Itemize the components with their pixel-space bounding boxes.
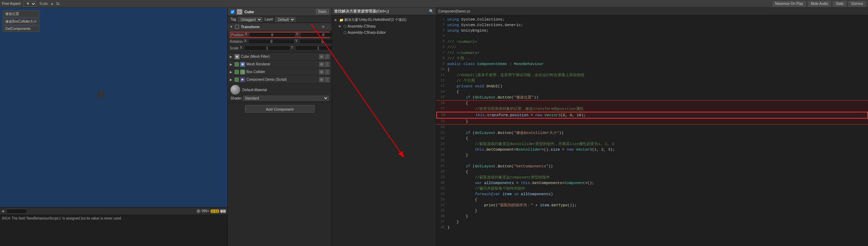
component-demo-component: ▶ ▶ Component Demo (Script) ⚙ ⋮ [228,76,332,84]
solution-label: 解决方案'Unity-01-HelloWorld'(2 个项目) [344,17,406,22]
box-collider-name: Box Collider [246,70,318,74]
aspect-select[interactable]: ▼ [23,1,36,7]
mesh-filter-icon: ■ [235,54,240,59]
tag-select[interactable]: Untagged [238,17,262,22]
component-demo-checkbox[interactable] [235,78,239,82]
code-line-37: 37 } [436,219,868,225]
rot-x-label: X [244,39,248,44]
solution-arrow: ▶ [335,18,338,22]
code-line-28: 28 { [436,169,868,175]
transform-collapse-arrow: ▼ [230,25,233,29]
stats-button[interactable]: Stats [833,1,846,7]
maximize-on-play-button[interactable]: Maximize On Play [772,1,806,7]
code-line-1: 1using System.Collections; [436,17,868,22]
assembly-editor-icon: ⬡ [343,31,347,34]
code-line-30: 30 var allComponents = this.GetComponent… [436,180,868,186]
project-panel: 查找解决方案资源管理器(Ctrl+;) 🔍 ▶ 📁 解决方案'Unity-01-… [332,8,436,246]
aspect-label: Free Aspect [2,2,21,6]
scale-value: 1x [56,2,60,6]
rot-y-label: Y [295,39,299,44]
static-badge: Static [316,9,329,14]
scene-search-input[interactable] [6,209,27,214]
code-line-26: 26 [436,158,868,164]
transform-rotation-row: Rotation X Y Z [230,38,330,45]
rotation-fields: X Y Z [244,39,332,44]
code-line-2: 2using System.Collections.Generic; [436,22,868,28]
code-line-29: 29 //获取游戏对象里边Component类型的组件 [436,175,868,180]
scale-fields: X Y Z [240,46,332,50]
rotation-label: Rotation [230,40,243,43]
cube-icon [237,9,242,15]
mesh-renderer-settings[interactable]: ⚙ [319,62,324,67]
project-search-icon[interactable]: 🔍 [429,9,434,14]
assembly-csharp-item[interactable]: ▶ ⬡ Assembly-CSharp [332,23,436,29]
mesh-renderer-more[interactable]: ⋮ [325,62,330,67]
box-collider-more[interactable]: ⋮ [325,70,330,74]
code-line-14: 14 { [436,89,868,95]
scale-label: Scale [230,46,238,50]
code-line-27: 27 if (GUILayout.Button("GetComponents")… [436,164,868,169]
component-demo-settings[interactable]: ⚙ [319,77,324,82]
mesh-filter-settings[interactable]: ⚙ [319,54,324,59]
position-fields: X Y Z [245,32,332,37]
position-x-input[interactable] [249,32,295,37]
rotation-y-input[interactable] [299,39,332,44]
box-collider-component: ▶ □ Box Collider ⚙ ⋮ [228,68,332,76]
code-line-12: 12 // 个引用 [436,78,868,84]
code-line-10: 10{ [436,67,868,72]
component-demo-more[interactable]: ⋮ [325,77,330,82]
scale-label: Scale [39,2,48,6]
code-line-3: 3using UnityEngine; [436,28,868,33]
code-line-38: 38} [436,225,868,230]
mesh-renderer-component: ▶ ▦ Mesh Renderer ⚙ ⋮ [228,61,332,68]
inspector-panel: Cube Static Tag Untagged Layer Default ▼… [228,8,332,246]
code-file-name: ComponentDemo.cs [438,9,470,13]
modify-position-button[interactable]: 修改位置 [3,10,39,17]
code-line-34: 34 print("获取到的组件为：" + item.GetType()); [436,203,868,208]
code-area[interactable]: 1using System.Collections; 2using System… [436,15,868,246]
inspector-scroll-area[interactable]: ▼ Transform ⚙ ⋮ Position X Y [228,23,332,246]
code-line-17: 17 //改变当前游戏对象的位置，修改transform的position属性 [436,106,868,112]
code-line-35: 35 } [436,208,868,214]
mute-audio-button[interactable]: Mute Audio [808,1,831,7]
pos-x-label: X [245,32,249,37]
layer-select[interactable]: Default [275,17,295,22]
code-editor-panel: ComponentDemo.cs 1using System.Collectio… [436,8,868,246]
mesh-filter-more[interactable]: ⋮ [325,54,330,59]
gizmos-button[interactable]: Gizmos [849,1,866,7]
get-components-button[interactable]: GetComponents [3,26,39,32]
transform-gear-button[interactable]: ⚙ [322,25,325,29]
code-line-6: 6//// [436,45,868,50]
code-line-32: 32 foreach(var item in allComponents) [436,191,868,197]
mesh-renderer-checkbox[interactable] [235,62,239,66]
top-toolbar: Free Aspect ▼ Scale ● 1x Maximize On Pla… [0,0,868,8]
assembly-csharp-editor-item[interactable]: ▶ ⬡ Assembly-CSharp-Editor [332,29,436,35]
scene-viewport[interactable]: 修改位置 修改BoxCollider大小 GetComponents [0,8,227,207]
component-demo-name: Component Demo (Script) [246,78,318,81]
shader-select[interactable]: Standard [243,96,329,101]
shader-label: Shader [230,96,242,100]
scale-y-input[interactable] [295,46,332,50]
modify-boxcollider-button[interactable]: 修改BoxCollider大小 [3,18,39,25]
transform-header[interactable]: ▼ Transform ⚙ ⋮ [228,23,332,31]
solution-root-item[interactable]: ▶ 📁 解决方案'Unity-01-HelloWorld'(2 个项目) [332,17,436,23]
position-label: Position [231,33,244,37]
transform-icon [235,24,240,29]
scale-x-input[interactable] [244,46,290,50]
component-demo-icon: ▶ [240,77,245,82]
code-line-31: 31 //遍历并获取每个组件的组件 [436,186,868,191]
svg-rect-6 [235,25,239,29]
inspector-object-header: Cube Static [228,8,332,16]
position-y-input[interactable] [300,32,332,37]
rotation-x-input[interactable] [248,39,294,44]
transform-fields: Position X Y Z Rotation [228,31,332,53]
code-line-21: 21 if (GUILayout.Button("修改BoxCollider大小… [436,130,868,136]
object-active-checkbox[interactable] [230,10,235,14]
code-line-9: 9public class ComponentDemo : MonoBehavi… [436,61,868,67]
box-collider-checkbox[interactable] [235,70,239,74]
transform-more-button[interactable]: ⋮ [326,25,330,29]
scene-scroll-left[interactable]: ◀ [1,209,4,213]
assembly-csharp-editor-label: Assembly-CSharp-Editor [348,31,386,34]
box-collider-settings[interactable]: ⚙ [319,70,324,74]
add-component-button[interactable]: Add Component [245,105,315,113]
